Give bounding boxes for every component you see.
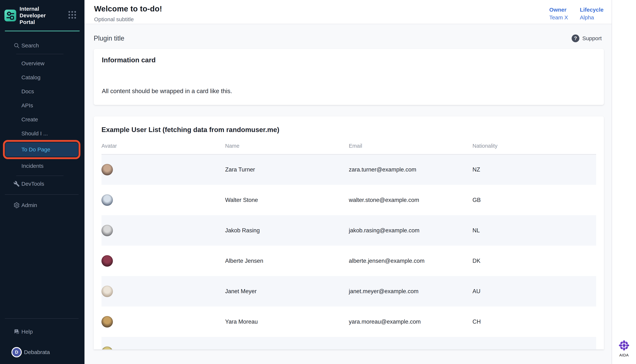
meta-lifecycle: Lifecycle Alpha <box>580 7 604 21</box>
page-header: Welcome to to-do! Optional subtitle Owne… <box>84 0 612 24</box>
sidebar-divider <box>16 176 64 176</box>
cell-email: aurora.araujo@example.com <box>349 337 472 350</box>
table-row: Yara Moreau yara.moreau@example.com CH <box>102 306 596 337</box>
user-photo-avatar <box>102 225 113 236</box>
sidebar-item-todo-page[interactable]: To Do Page <box>5 142 78 157</box>
page-subtitle: Optional subtitle <box>94 16 162 22</box>
meta-owner: Owner Team X <box>549 7 568 21</box>
cell-nationality: NL <box>472 215 596 246</box>
sidebar-item-devtools[interactable]: DevTools <box>0 178 84 190</box>
sidebar-item-search[interactable]: Search <box>0 40 84 51</box>
cell-nationality: GB <box>472 185 596 215</box>
aida-flower-icon <box>619 340 629 352</box>
sidebar-divider <box>5 318 78 319</box>
sidebar-item-label: DevTools <box>22 181 44 187</box>
table-row: Walter Stone walter.stone@example.com GB <box>102 185 596 215</box>
lifecycle-label[interactable]: Lifecycle <box>580 7 604 13</box>
support-button[interactable]: ? Support <box>570 33 604 44</box>
plugin-title-row: Plugin title ? Support <box>94 33 604 44</box>
app-logo-icon[interactable] <box>4 10 16 22</box>
sidebar-item-label: Docs <box>22 88 34 94</box>
brand-title: Internal Developer Portal <box>20 6 58 26</box>
sidebar-footer: ? Help D Debabrata <box>0 314 84 364</box>
column-header-email: Email <box>349 143 472 154</box>
user-list-title: Example User List (fetching data from ra… <box>102 126 596 134</box>
information-card-body: All content should be wrapped in a card … <box>102 88 596 94</box>
user-photo-avatar <box>102 194 113 206</box>
user-photo-avatar <box>102 316 113 328</box>
user-initial-avatar: D <box>12 347 22 357</box>
sidebar-item-help[interactable]: ? Help <box>0 326 84 338</box>
sidebar-item-docs[interactable]: Docs <box>0 84 84 98</box>
owner-value-link[interactable]: Team X <box>549 14 568 21</box>
sidebar-user[interactable]: D Debabrata <box>0 345 84 359</box>
sidebar-item-label: To Do Page <box>22 146 50 153</box>
sidebar-item-todo-wrap: To Do Page <box>0 142 84 157</box>
user-list-card: Example User List (fetching data from ra… <box>94 116 604 350</box>
lifecycle-value-link[interactable]: Alpha <box>580 14 604 21</box>
sidebar-item-admin[interactable]: Admin <box>0 200 84 211</box>
table-row: Alberte Jensen alberte.jensen@example.co… <box>102 246 596 276</box>
aida-label: AIDA <box>619 353 628 357</box>
sidebar-item-label: Incidents <box>22 163 44 169</box>
cell-email: janet.meyer@example.com <box>349 276 472 306</box>
cell-name: Yara Moreau <box>225 306 349 337</box>
right-gutter: AIDA <box>612 0 636 364</box>
table-row: Aurora Araújo aurora.araujo@example.com … <box>102 337 596 350</box>
sidebar-item-apis[interactable]: APIs <box>0 98 84 112</box>
column-header-avatar: Avatar <box>102 143 225 154</box>
search-icon <box>14 42 20 49</box>
table-row: Zara Turner zara.turner@example.com NZ <box>102 154 596 185</box>
apps-grid-icon[interactable] <box>68 11 76 18</box>
sidebar-item-label: Overview <box>22 60 44 66</box>
user-photo-avatar <box>102 255 113 267</box>
cell-name: Aurora Araújo <box>225 337 349 350</box>
sidebar-brand: Internal Developer Portal <box>0 0 84 30</box>
sidebar-item-label: Create <box>22 116 38 122</box>
cell-name: Jakob Rasing <box>225 215 349 246</box>
sidebar-item-catalog[interactable]: Catalog <box>0 70 84 84</box>
aida-widget[interactable]: AIDA <box>619 340 629 357</box>
question-mark-icon: ? <box>572 34 579 42</box>
user-name: Debabrata <box>24 349 50 355</box>
user-table: Avatar Name Email Nationality Zara Turne… <box>102 143 596 350</box>
cell-nationality: BR <box>472 337 596 350</box>
cell-nationality: AU <box>472 276 596 306</box>
plugin-title: Plugin title <box>94 34 124 42</box>
cell-name: Walter Stone <box>225 185 349 215</box>
wrench-icon <box>14 181 20 187</box>
app-root: Internal Developer Portal Search <box>0 0 636 364</box>
cell-name: Alberte Jensen <box>225 246 349 276</box>
sidebar-item-create[interactable]: Create <box>0 112 84 126</box>
sidebar-item-should-i[interactable]: Should I ... <box>0 126 84 140</box>
cell-email: alberte.jensen@example.com <box>349 246 472 276</box>
cell-nationality: DK <box>472 246 596 276</box>
cell-email: yara.moreau@example.com <box>349 306 472 337</box>
sidebar-item-label: Help <box>22 328 33 335</box>
sidebar-item-overview[interactable]: Overview <box>0 56 84 70</box>
information-card: Information card All content should be w… <box>94 49 604 105</box>
table-row: Jakob Rasing jakob.rasing@example.com NL <box>102 215 596 246</box>
cell-email: walter.stone@example.com <box>349 185 472 215</box>
entity-meta: Owner Team X Lifecycle Alpha <box>549 4 604 21</box>
user-photo-avatar <box>102 286 113 297</box>
owner-label[interactable]: Owner <box>549 7 568 13</box>
sidebar-item-incidents[interactable]: Incidents <box>0 159 84 173</box>
table-header-row: Avatar Name Email Nationality <box>102 143 596 154</box>
help-chat-icon: ? <box>14 328 20 335</box>
user-photo-avatar <box>102 164 113 175</box>
sidebar-item-label: APIs <box>22 102 33 108</box>
table-row: Janet Meyer janet.meyer@example.com AU <box>102 276 596 306</box>
user-photo-avatar <box>102 346 113 350</box>
sidebar-divider <box>5 194 78 195</box>
column-header-nationality: Nationality <box>472 143 596 154</box>
information-card-title: Information card <box>102 56 596 64</box>
cell-name: Janet Meyer <box>225 276 349 306</box>
cell-nationality: NZ <box>472 154 596 185</box>
svg-text:?: ? <box>15 330 17 332</box>
page-title: Welcome to to-do! <box>94 4 162 13</box>
sidebar-item-label: Should I ... <box>22 130 48 137</box>
column-header-name: Name <box>225 143 349 154</box>
cell-nationality: CH <box>472 306 596 337</box>
sidebar-item-label: Search <box>22 42 39 49</box>
